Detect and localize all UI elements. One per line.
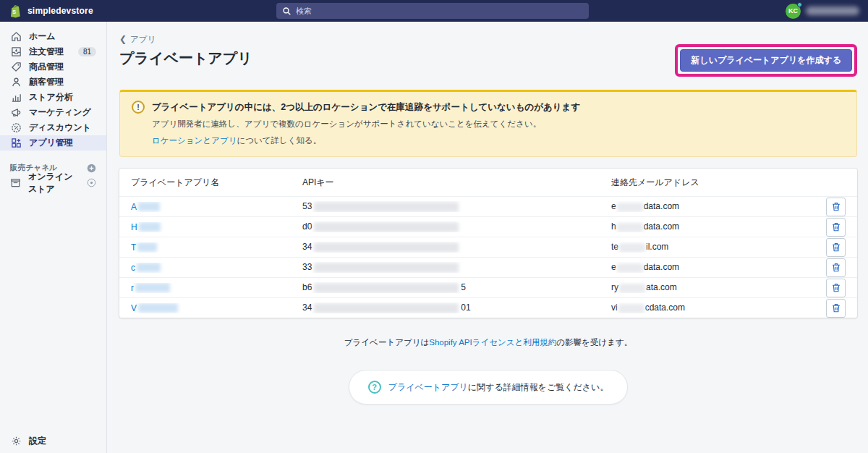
trash-icon [832,263,841,272]
column-header-email: 連絡先メールアドレス [611,177,817,189]
user-name-redacted [806,7,859,15]
trash-icon [832,242,841,252]
column-header-api-key: APIキー [302,177,611,189]
app-name-link[interactable]: H [131,222,161,232]
redacted-api-key [314,222,459,232]
redacted-app-name [138,303,178,313]
table-row: T 34 teil.com [119,237,857,257]
app-name-link[interactable]: V [131,303,178,313]
redacted-email [617,263,643,273]
shopify-logo-icon: S [9,4,22,18]
banner-body: アプリ開発者に連絡し、アプリで複数のロケーションがサポートされていないことを伝え… [152,119,845,130]
analytics-icon [10,92,22,103]
trash-icon [832,283,841,292]
banner-link-line: ロケーションとアプリについて詳しく知る。 [152,135,845,146]
help-card: ? プライベートアプリに関する詳細情報をご覧ください。 [349,370,629,405]
terms-line: プライベートアプリはShopify APIライセンスと利用規約の影響を受けます。 [119,337,857,348]
banner-title: プライベートアプリの中には、2つ以上のロケーションで在庫追跡をサポートしていない… [152,101,580,114]
store-name: simpledevstore [27,6,93,16]
sidebar-item-products[interactable]: 商品管理 [0,59,106,75]
orders-count-badge: 81 [78,47,96,56]
api-license-link[interactable]: Shopify APIライセンスと利用規約 [429,338,556,347]
redacted-email [619,284,645,293]
delete-app-button[interactable] [826,279,846,297]
sidebar-item-discounts[interactable]: ディスカウント [0,120,106,135]
sidebar-item-marketing[interactable]: マーケティング [0,105,106,120]
global-search[interactable] [276,3,589,19]
online-store-icon [10,177,21,188]
redacted-api-key [314,202,459,212]
delete-app-button[interactable] [826,218,846,237]
products-icon [10,62,22,72]
help-text: プライベートアプリに関する詳細情報をご覧ください。 [388,381,609,394]
app-name-link[interactable]: c [131,263,161,273]
help-icon: ? [368,381,381,394]
sidebar-item-analytics[interactable]: ストア分析 [0,90,106,105]
delete-app-button[interactable] [826,238,846,257]
trash-icon [832,303,841,313]
page-title: プライベートアプリ [119,48,252,68]
delete-app-button[interactable] [826,198,846,216]
redacted-api-key [314,263,459,273]
column-header-name: プライベートアプリ名 [131,177,302,189]
avatar[interactable]: KC [786,4,801,19]
notification-dot [797,2,802,7]
table-row: H d0 hdata.com [119,216,857,237]
orders-icon [10,46,22,57]
redacted-api-key [314,303,459,313]
redacted-app-name [135,283,170,292]
trash-icon [832,222,841,232]
redacted-app-name [138,202,160,211]
app-name-link[interactable]: r [131,283,170,293]
customers-icon [10,77,22,88]
view-online-store-icon[interactable] [87,178,96,187]
discounts-icon [10,122,22,133]
topbar: S simpledevstore KC [0,0,868,22]
redacted-email [617,223,643,232]
table-row: c 33 edata.com [119,257,857,277]
sidebar-item-online-store[interactable]: オンラインストア [0,175,106,190]
warning-banner: ! プライベートアプリの中には、2つ以上のロケーションで在庫追跡をサポートしてい… [119,90,857,157]
redacted-app-name [137,242,157,252]
store-brand[interactable]: S simpledevstore [9,4,276,18]
trash-icon [832,202,841,211]
table-row: A 53 edata.com [119,196,857,216]
sidebar-item-customers[interactable]: 顧客管理 [0,75,106,90]
redacted-api-key [314,283,459,293]
marketing-icon [10,107,22,118]
private-apps-help-link[interactable]: プライベートアプリ [388,382,468,392]
home-icon [10,31,22,42]
app-name-link[interactable]: T [131,242,157,253]
private-apps-table: プライベートアプリ名 APIキー 連絡先メールアドレス A 53 edata.c… [119,169,857,318]
table-header-row: プライベートアプリ名 APIキー 連絡先メールアドレス [119,169,857,196]
redacted-app-name [137,263,161,272]
sidebar-item-orders[interactable]: 注文管理 81 [0,44,106,59]
user-menu[interactable]: KC [786,4,859,19]
delete-app-button[interactable] [826,258,846,277]
redacted-email [618,304,644,313]
locations-apps-link[interactable]: ロケーションとアプリ [152,136,237,145]
app-name-link[interactable]: A [131,202,160,212]
search-input[interactable] [296,7,582,15]
table-row: r b65 ryata.com [119,277,857,297]
warning-icon: ! [132,101,145,114]
redacted-api-key [314,242,459,253]
sidebar: ホーム 注文管理 81 商品管理 顧客管理 ストア分析 マーケティング ディスカ… [0,22,107,453]
sidebar-item-home[interactable]: ホーム [0,29,106,44]
table-row: V 3401 vicdata.com [119,297,857,318]
main-content: ❮ アプリ プライベートアプリ 新しいプライベートアプリを作成する ! プライベ… [107,22,868,453]
add-sales-channel-button[interactable] [87,164,96,173]
back-chevron-icon: ❮ [119,35,127,43]
search-icon [283,7,291,15]
delete-app-button[interactable] [826,299,846,318]
redacted-email [619,243,645,253]
annotation-highlight-box: 新しいプライベートアプリを作成する [675,44,857,77]
gear-icon [10,436,22,446]
redacted-app-name [139,222,161,232]
apps-icon [10,137,22,148]
sidebar-item-settings[interactable]: 設定 [0,433,106,449]
sidebar-item-apps[interactable]: アプリ管理 [0,135,106,151]
breadcrumb[interactable]: ❮ アプリ [119,34,156,45]
svg-text:S: S [12,9,16,15]
create-private-app-button[interactable]: 新しいプライベートアプリを作成する [680,49,852,72]
